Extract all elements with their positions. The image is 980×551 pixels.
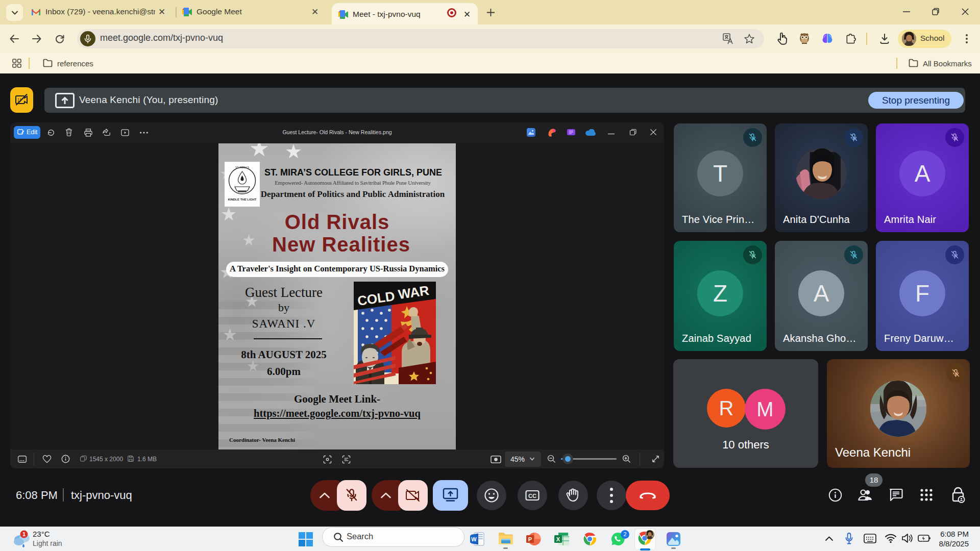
svg-text:1: 1	[22, 531, 26, 537]
svg-text:X: X	[556, 536, 560, 542]
svg-text:P: P	[528, 536, 532, 542]
svg-text:CC: CC	[528, 493, 536, 499]
svg-text:W: W	[471, 536, 477, 542]
svg-text:ST. MIRA'S: ST. MIRA'S	[235, 166, 249, 169]
